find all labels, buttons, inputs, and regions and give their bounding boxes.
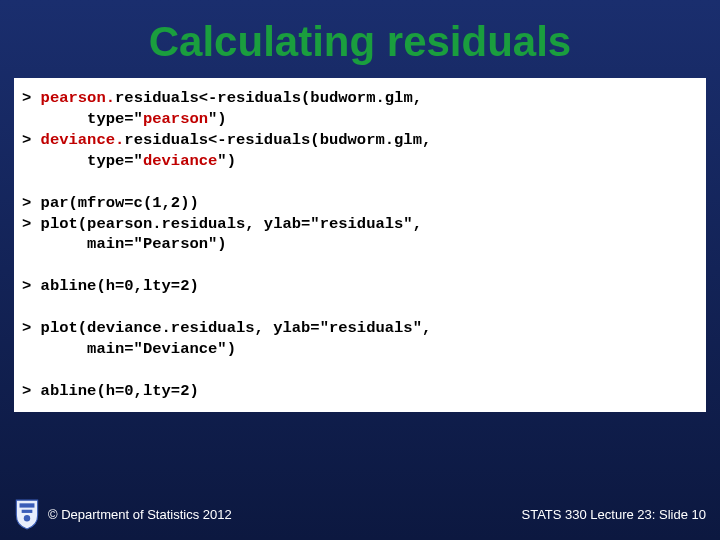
- code-text: > abline(h=0,lty=2): [22, 381, 698, 402]
- code-highlight: pearson: [143, 110, 208, 128]
- slide-title: Calculating residuals: [0, 0, 720, 78]
- footer: © Department of Statistics 2012 STATS 33…: [0, 498, 720, 530]
- code-blank: [22, 297, 698, 318]
- code-highlight: pearson.: [41, 89, 115, 107]
- code-text: > plot(deviance.residuals, ylab="residua…: [22, 318, 698, 339]
- code-highlight: deviance: [143, 152, 217, 170]
- code-block: > pearson.residuals<-residuals(budworm.g…: [14, 78, 706, 412]
- code-text: residuals<-residuals(budworm.glm,: [115, 89, 422, 107]
- copyright-text: © Department of Statistics 2012: [48, 507, 232, 522]
- code-text: > abline(h=0,lty=2): [22, 276, 698, 297]
- code-text: "): [217, 152, 236, 170]
- code-blank: [22, 172, 698, 193]
- code-text: type=": [22, 152, 143, 170]
- code-text: type=": [22, 110, 143, 128]
- svg-rect-1: [22, 510, 33, 513]
- slide-number: STATS 330 Lecture 23: Slide 10: [521, 507, 706, 522]
- university-crest-icon: [14, 498, 40, 530]
- svg-rect-0: [20, 503, 35, 507]
- code-text: > par(mfrow=c(1,2)): [22, 193, 698, 214]
- code-text: >: [22, 89, 41, 107]
- code-text: main="Deviance"): [22, 339, 698, 360]
- code-text: "): [208, 110, 227, 128]
- code-text: main="Pearson"): [22, 234, 698, 255]
- svg-point-2: [24, 515, 30, 521]
- code-blank: [22, 360, 698, 381]
- code-text: > plot(pearson.residuals, ylab="residual…: [22, 214, 698, 235]
- code-blank: [22, 255, 698, 276]
- code-text: >: [22, 131, 41, 149]
- code-highlight: deviance.: [41, 131, 125, 149]
- code-text: residuals<-residuals(budworm.glm,: [124, 131, 431, 149]
